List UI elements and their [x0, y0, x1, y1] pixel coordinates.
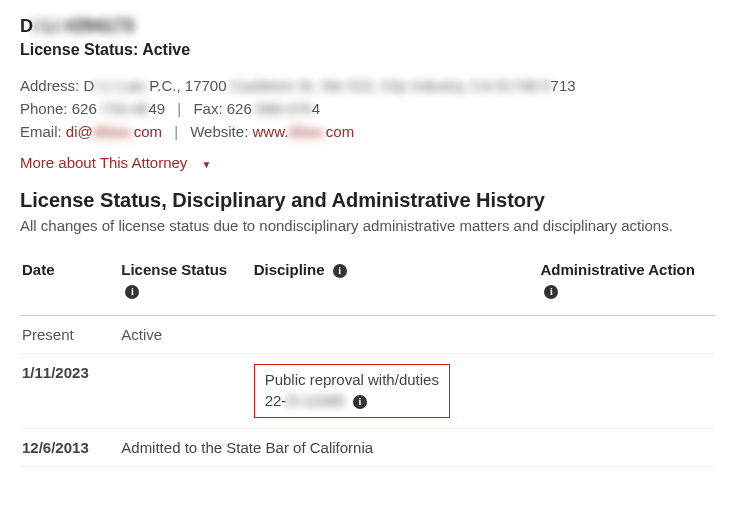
phone-fax-line: Phone: 626-733-4849 | Fax: 626-586-9764	[20, 100, 715, 117]
address-label: Address:	[20, 77, 79, 94]
cell-date: 12/6/2013	[20, 428, 119, 466]
license-status-line: License Status: Active	[20, 41, 715, 59]
col-header-admin: Administrative Action i	[538, 252, 715, 315]
separator: |	[177, 100, 181, 117]
fax-suffix: 4	[312, 100, 320, 117]
cell-admin	[538, 353, 715, 428]
email-blur: diliaw.	[93, 123, 134, 140]
email-suffix: com	[134, 123, 162, 140]
status-label: License Status:	[20, 41, 138, 58]
chevron-down-icon: ▼	[202, 159, 212, 170]
discipline-line1: Public reproval with/duties	[265, 369, 439, 390]
discipline-case: 22-O-12345 i	[265, 390, 439, 411]
address-rest-blur: Castleton St, Ste 515, City Industry, CA…	[231, 77, 551, 94]
table-row: 12/6/2013 Admitted to the State Bar of C…	[20, 428, 715, 466]
website-label: Website:	[190, 123, 248, 140]
address-prefix: D	[83, 77, 94, 94]
status-value: Active	[142, 41, 190, 58]
cell-date: 1/11/2023	[20, 353, 119, 428]
phone-label: Phone:	[20, 100, 68, 117]
fax-blur: -586-976	[252, 100, 312, 117]
address-firm-blur: i Li Law	[94, 77, 149, 94]
separator: |	[174, 123, 178, 140]
cell-status	[119, 353, 251, 428]
table-row: 1/11/2023 Public reproval with/duties 22…	[20, 353, 715, 428]
fax-prefix: 626	[227, 100, 252, 117]
phone-blur: -733-48	[97, 100, 149, 117]
address-line: Address: Di Li Law P.C., 17700 Castleton…	[20, 77, 715, 94]
cell-admin	[538, 315, 715, 353]
info-icon[interactable]: i	[544, 285, 558, 299]
address-suffix: 713	[551, 77, 576, 94]
info-icon[interactable]: i	[353, 395, 367, 409]
info-icon[interactable]: i	[333, 264, 347, 278]
history-section-title: License Status, Disciplinary and Adminis…	[20, 189, 715, 212]
cell-date: Present	[20, 315, 119, 353]
col-header-discipline: Discipline i	[252, 252, 539, 315]
history-table: Date License Status i Discipline i Admin…	[20, 252, 715, 467]
website-link[interactable]: www.dilaw.com	[252, 123, 354, 140]
attorney-name: Di Li #294173	[20, 16, 715, 37]
discipline-highlight: Public reproval with/duties 22-O-12345 i	[254, 364, 450, 418]
cell-status-span: Admitted to the State Bar of California	[119, 428, 715, 466]
info-icon[interactable]: i	[125, 285, 139, 299]
email-label: Email:	[20, 123, 62, 140]
address-mid: P.C., 17700	[149, 77, 230, 94]
phone-prefix: 626	[72, 100, 97, 117]
name-blurred: i Li #294173	[33, 16, 134, 36]
name-prefix: D	[20, 16, 33, 36]
table-row: Present Active	[20, 315, 715, 353]
col-header-date: Date	[20, 252, 119, 315]
more-about-link[interactable]: More about This Attorney	[20, 154, 187, 171]
history-section-desc: All changes of license status due to non…	[20, 216, 715, 236]
cell-discipline	[252, 315, 539, 353]
more-about-row: More about This Attorney ▼	[20, 154, 715, 171]
cell-status: Active	[119, 315, 251, 353]
email-website-line: Email: di@diliaw.com | Website: www.dila…	[20, 123, 715, 140]
case-prefix: 22-	[265, 392, 287, 409]
website-blur: dilaw.	[288, 123, 326, 140]
case-blur: O-12345	[286, 392, 344, 409]
email-link[interactable]: di@diliaw.com	[66, 123, 162, 140]
col-header-status: License Status i	[119, 252, 251, 315]
fax-label: Fax:	[193, 100, 222, 117]
email-prefix: di@	[66, 123, 93, 140]
website-prefix: www.	[252, 123, 288, 140]
website-suffix: com	[326, 123, 354, 140]
phone-suffix: 49	[148, 100, 165, 117]
cell-discipline: Public reproval with/duties 22-O-12345 i	[252, 353, 539, 428]
